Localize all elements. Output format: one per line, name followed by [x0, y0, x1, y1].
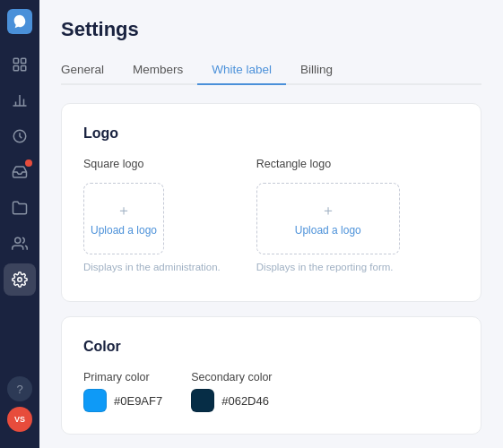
square-upload-text: Upload a logo [85, 224, 162, 237]
square-logo-upload[interactable]: ＋ Upload a logo [83, 183, 164, 254]
clock-icon [12, 128, 28, 144]
plus-icon: ＋ [117, 202, 131, 220]
sidebar-logo[interactable] [7, 9, 32, 34]
logo-row: Square logo ＋ Upload a logo Displays in … [83, 158, 459, 272]
sidebar-item-reports[interactable] [4, 84, 36, 116]
primary-color-hex: #0E9AF7 [114, 394, 162, 408]
primary-color-label: Primary color [83, 371, 162, 383]
secondary-color-label: Secondary color [191, 371, 272, 383]
secondary-color-hex: #062D46 [221, 394, 269, 408]
rect-logo-col: Rectangle logo ＋ Upload a logo Displays … [256, 158, 400, 272]
sidebar-item-users[interactable] [4, 228, 36, 260]
user-avatar[interactable]: VS [7, 407, 32, 432]
tab-members[interactable]: Members [118, 56, 197, 85]
users-icon [12, 236, 28, 252]
svg-rect-2 [13, 66, 18, 71]
rect-upload-text: Upload a logo [286, 224, 370, 237]
page-title: Settings [61, 18, 481, 41]
secondary-color-value-row: #062D46 [191, 389, 272, 412]
grid-icon [12, 56, 28, 73]
tab-general[interactable]: General [61, 56, 118, 85]
square-logo-label: Square logo [83, 158, 221, 170]
tab-billing[interactable]: Billing [286, 56, 347, 85]
svg-rect-1 [22, 58, 26, 63]
rect-logo-desc: Displays in the reporting form. [256, 262, 400, 272]
square-logo-col: Square logo ＋ Upload a logo Displays in … [83, 158, 221, 272]
rect-logo-label: Rectangle logo [256, 158, 400, 170]
sidebar-item-inbox[interactable] [4, 156, 36, 188]
primary-color-swatch[interactable] [83, 389, 107, 412]
sidebar: ? VS [0, 0, 39, 448]
logo-section-title: Logo [83, 125, 459, 142]
main-content: Settings General Members White label Bil… [39, 0, 503, 448]
sidebar-navigation [4, 48, 36, 376]
svg-point-9 [15, 237, 21, 243]
inbox-icon [12, 164, 28, 180]
logo-icon [12, 13, 28, 30]
sidebar-item-history[interactable] [4, 120, 36, 152]
svg-point-10 [18, 278, 22, 282]
svg-rect-3 [22, 66, 26, 71]
square-logo-desc: Displays in the administration. [83, 262, 221, 272]
secondary-color-swatch[interactable] [191, 389, 214, 412]
primary-color-item: Primary color #0E9AF7 [83, 371, 162, 412]
secondary-color-item: Secondary color #062D46 [191, 371, 272, 412]
sidebar-item-dashboard[interactable] [4, 48, 36, 81]
color-row: Primary color #0E9AF7 Secondary color #0… [83, 371, 459, 412]
color-card: Color Primary color #0E9AF7 Secondary co… [61, 316, 481, 435]
primary-color-value-row: #0E9AF7 [83, 389, 162, 412]
sidebar-item-settings[interactable] [4, 263, 36, 296]
svg-rect-0 [13, 58, 18, 63]
settings-icon [12, 271, 28, 288]
rect-logo-upload[interactable]: ＋ Upload a logo [256, 183, 400, 254]
sidebar-bottom: ? VS [7, 376, 32, 439]
tab-white-label[interactable]: White label [197, 56, 286, 85]
chart-icon [12, 92, 28, 108]
color-section-title: Color [83, 339, 459, 355]
logo-card: Logo Square logo ＋ Upload a logo Display… [61, 103, 481, 302]
tab-bar: General Members White label Billing [61, 56, 481, 85]
folder-icon [12, 200, 28, 216]
help-button[interactable]: ? [7, 376, 32, 401]
plus-icon-rect: ＋ [321, 202, 335, 220]
inbox-badge [25, 159, 32, 167]
sidebar-item-files[interactable] [4, 192, 36, 224]
